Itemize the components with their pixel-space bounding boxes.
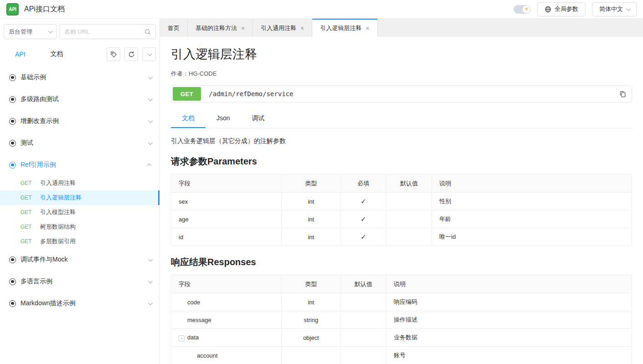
group-label: Ref引用示例: [21, 161, 56, 169]
table-header-row: 字段 类型 默认值 说明: [171, 275, 632, 293]
sidebar-controls: 后台管理: [0, 19, 159, 43]
col-type: 类型: [282, 174, 341, 193]
required-check: ✓: [341, 228, 386, 246]
chevron-down-icon: [148, 301, 153, 305]
cell-field: message: [171, 311, 282, 329]
doc-view-tabs: 文档 Json 调试: [171, 109, 632, 128]
sidebar-item-ref-common[interactable]: GET 引入通用注释: [0, 176, 159, 190]
table-row: code int 响应编码: [171, 293, 632, 311]
api-url-path: /admin/refDemo/service: [209, 90, 293, 97]
tab-api[interactable]: API: [15, 51, 26, 58]
refresh-button[interactable]: [124, 47, 138, 61]
chevron-down-icon: [626, 6, 631, 11]
group-label: 多语言示例: [21, 277, 52, 286]
cell-default: [341, 347, 386, 364]
copy-url-button[interactable]: [619, 91, 626, 97]
circle-dot-icon: [9, 300, 16, 307]
col-default: 默认值: [386, 174, 432, 193]
cell-desc: 性别: [432, 193, 632, 210]
project-select[interactable]: 后台管理: [4, 24, 57, 39]
theme-toggle[interactable]: ☀: [514, 5, 531, 14]
tab-json-view[interactable]: Json: [206, 109, 241, 128]
project-select-value: 后台管理: [9, 28, 32, 36]
search-input[interactable]: [64, 28, 144, 35]
body-row: 后台管理 API 文档: [0, 19, 643, 364]
circle-dot-icon: [9, 74, 16, 81]
group-label: 测试: [21, 139, 33, 147]
cell-desc: 账号: [386, 347, 632, 364]
table-row: id int ✓ 唯一id: [171, 228, 632, 246]
tab-home[interactable]: 首页: [160, 19, 188, 37]
col-required: 必填: [341, 174, 386, 193]
table-row: -data object 业务数据: [171, 329, 632, 347]
search-box: [59, 24, 156, 39]
chevron-down-icon: [148, 97, 153, 101]
close-tab-icon[interactable]: ×: [300, 25, 304, 31]
tab-basic-annotation[interactable]: 基础的注释方法 ×: [188, 19, 253, 37]
cell-default: [341, 329, 386, 347]
doc-content: 引入逻辑层注释 作者：HG-CODE GET /admin/refDemo/se…: [160, 37, 643, 364]
sidebar-menu: 基础示例 多级路由测试 增删改查示例 测试: [0, 67, 159, 364]
required-check: ✓: [341, 210, 386, 228]
chevron-up-icon: [147, 163, 151, 168]
required-check: ✓: [341, 193, 386, 210]
tab-label: 基础的注释方法: [195, 24, 237, 32]
sidebar-group-basic[interactable]: 基础示例: [0, 67, 159, 88]
sidebar-group-multilevel-route[interactable]: 多级路由测试: [0, 88, 159, 110]
collapse-all-button[interactable]: [142, 47, 156, 61]
tab-ref-common[interactable]: 引入通用注释 ×: [253, 19, 312, 37]
author-value: HG-CODE: [189, 70, 216, 77]
sidebar-item-multilayer-ref[interactable]: GET 多层数据引用: [0, 234, 159, 249]
cell-field: account: [171, 347, 282, 364]
globe-icon: [545, 6, 551, 13]
global-params-button[interactable]: 全局参数: [537, 2, 586, 16]
col-type: 类型: [282, 275, 341, 293]
item-label: 引入通用注释: [40, 179, 76, 187]
tab-doc[interactable]: 文档: [51, 50, 63, 58]
language-label: 简体中文: [599, 5, 623, 13]
tab-ref-logic[interactable]: 引入逻辑层注释 ×: [312, 19, 377, 37]
collapse-toggle[interactable]: -: [179, 335, 185, 341]
cell-desc: 业务数据: [386, 329, 632, 347]
tab-label: 引入通用注释: [261, 24, 296, 32]
sidebar-group-i18n[interactable]: 多语言示例: [0, 271, 159, 292]
language-select[interactable]: 简体中文: [592, 2, 637, 16]
tag-button[interactable]: [107, 47, 120, 61]
global-params-label: 全局参数: [555, 5, 578, 13]
cell-default: [341, 293, 386, 311]
chevron-down-icon: [48, 29, 53, 33]
sidebar-group-markdown[interactable]: Markdown描述示例: [0, 292, 159, 314]
tab-doc-view[interactable]: 文档: [171, 109, 206, 128]
sidebar-item-ref-logic[interactable]: GET 引入逻辑层注释: [0, 190, 159, 205]
sidebar-group-mock[interactable]: 调试事件与Mock: [0, 249, 159, 271]
chevron-down-icon: [147, 51, 152, 56]
sidebar-item-ref-model[interactable]: GET 引入模型注释: [0, 205, 159, 220]
circle-dot-icon: [9, 278, 16, 285]
table-row: sex int ✓ 性别: [171, 193, 632, 210]
sidebar-group-test[interactable]: 测试: [0, 132, 159, 154]
app-logo-text: API: [9, 7, 16, 12]
main-area: 首页 基础的注释方法 × 引入通用注释 × 引入逻辑层注释 × 引入逻辑层注释: [160, 19, 643, 364]
http-method-badge: GET: [173, 87, 201, 101]
sidebar-item-tree-data[interactable]: GET 树形数据结构: [0, 220, 159, 234]
circle-dot-icon: [9, 140, 16, 147]
cell-field: code: [171, 293, 282, 311]
col-default: 默认值: [341, 275, 386, 293]
app-root: API APi接口文档 ☀ 全局参数 简体中文: [0, 0, 643, 364]
close-tab-icon[interactable]: ×: [365, 25, 369, 31]
author-label: 作者：: [171, 70, 189, 77]
close-tab-icon[interactable]: ×: [241, 25, 245, 31]
cell-type: string: [282, 311, 341, 329]
group-label: Markdown描述示例: [21, 299, 76, 308]
col-field: 字段: [171, 174, 282, 193]
col-desc: 说明: [432, 174, 632, 193]
app-logo: API: [6, 3, 19, 15]
sidebar-group-crud[interactable]: 增删改查示例: [0, 110, 159, 132]
cell-type: object: [282, 329, 341, 347]
cell-type: [282, 347, 341, 364]
chevron-down-icon: [148, 140, 153, 145]
top-header: API APi接口文档 ☀ 全局参数 简体中文: [0, 0, 643, 19]
sidebar-group-ref[interactable]: Ref引用示例: [0, 154, 159, 176]
tab-debug-view[interactable]: 调试: [241, 109, 276, 128]
cell-desc: 唯一id: [432, 228, 632, 246]
